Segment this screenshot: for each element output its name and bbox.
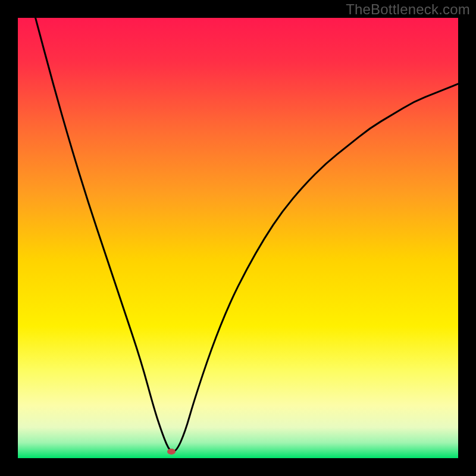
- bottleneck-curve: [18, 18, 458, 458]
- watermark-text: TheBottleneck.com: [346, 1, 470, 18]
- chart-frame: TheBottleneck.com: [0, 0, 476, 476]
- plot-area: [18, 18, 458, 458]
- optimal-point-marker: [167, 449, 176, 455]
